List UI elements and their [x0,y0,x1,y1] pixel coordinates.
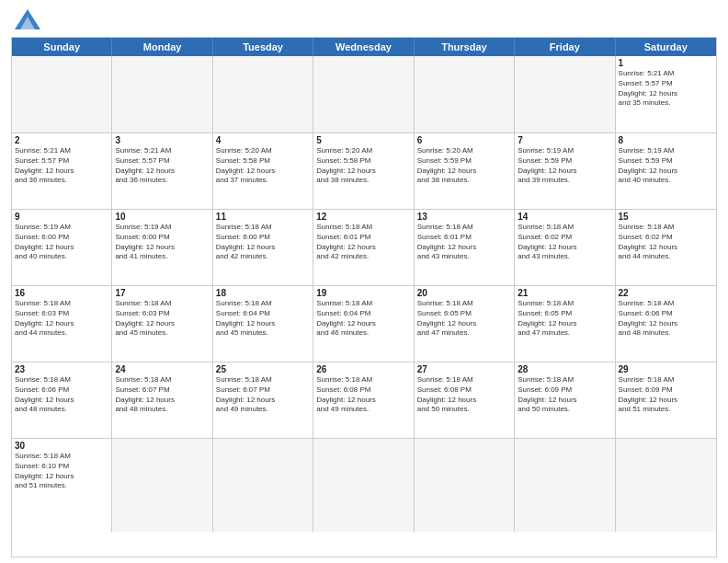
day-header-tuesday: Tuesday [213,38,313,56]
cell-info: Sunrise: 5:20 AM Sunset: 5:59 PM Dayligh… [417,146,511,186]
day-header-wednesday: Wednesday [313,38,414,56]
calendar-cell [415,439,515,532]
day-number: 2 [15,135,108,145]
day-number: 7 [518,135,611,145]
day-number: 16 [15,288,108,298]
calendar-cell [313,439,414,532]
cell-info: Sunrise: 5:18 AM Sunset: 6:03 PM Dayligh… [15,299,108,339]
calendar-cell: 14Sunrise: 5:18 AM Sunset: 6:02 PM Dayli… [515,210,615,285]
cell-info: Sunrise: 5:18 AM Sunset: 6:04 PM Dayligh… [216,299,310,339]
day-number: 20 [417,288,511,298]
calendar-week-5: 23Sunrise: 5:18 AM Sunset: 6:06 PM Dayli… [12,362,716,438]
day-number: 14 [518,212,611,222]
calendar-week-4: 16Sunrise: 5:18 AM Sunset: 6:03 PM Dayli… [12,285,716,362]
calendar-cell: 30Sunrise: 5:18 AM Sunset: 6:10 PM Dayli… [12,439,112,532]
day-number: 6 [417,135,511,145]
cell-info: Sunrise: 5:19 AM Sunset: 6:00 PM Dayligh… [15,223,108,262]
calendar-cell: 17Sunrise: 5:18 AM Sunset: 6:03 PM Dayli… [112,286,212,362]
cell-info: Sunrise: 5:19 AM Sunset: 5:59 PM Dayligh… [518,146,611,186]
day-number: 28 [518,364,611,374]
cell-info: Sunrise: 5:18 AM Sunset: 6:01 PM Dayligh… [417,223,511,262]
calendar-week-1: 1Sunrise: 5:21 AM Sunset: 5:57 PM Daylig… [12,56,716,132]
day-header-sunday: Sunday [12,38,112,56]
calendar-cell: 23Sunrise: 5:18 AM Sunset: 6:06 PM Dayli… [12,362,112,438]
day-number: 3 [115,135,209,145]
day-number: 30 [15,441,108,451]
day-headers: SundayMondayTuesdayWednesdayThursdayFrid… [12,38,716,56]
calendar-cell: 12Sunrise: 5:18 AM Sunset: 6:01 PM Dayli… [313,210,414,285]
day-number: 21 [518,288,611,298]
calendar-cell: 19Sunrise: 5:18 AM Sunset: 6:04 PM Dayli… [313,286,414,362]
cell-info: Sunrise: 5:21 AM Sunset: 5:57 PM Dayligh… [115,146,209,186]
day-number: 26 [316,364,410,374]
calendar-cell [313,56,414,132]
cell-info: Sunrise: 5:19 AM Sunset: 6:00 PM Dayligh… [115,223,209,262]
cell-info: Sunrise: 5:18 AM Sunset: 6:08 PM Dayligh… [316,375,410,415]
calendar-cell: 28Sunrise: 5:18 AM Sunset: 6:09 PM Dayli… [515,362,615,438]
calendar-cell: 21Sunrise: 5:18 AM Sunset: 6:05 PM Dayli… [515,286,615,362]
day-header-monday: Monday [112,38,212,56]
day-number: 24 [115,364,209,374]
calendar-cell: 26Sunrise: 5:18 AM Sunset: 6:08 PM Dayli… [313,362,414,438]
calendar-cell [515,439,615,532]
day-number: 18 [216,288,310,298]
calendar-cell [213,56,313,132]
day-number: 10 [115,212,209,222]
day-number: 25 [216,364,310,374]
calendar-cell: 4Sunrise: 5:20 AM Sunset: 5:58 PM Daylig… [213,133,313,209]
cell-info: Sunrise: 5:18 AM Sunset: 6:08 PM Dayligh… [417,375,511,415]
cell-info: Sunrise: 5:18 AM Sunset: 6:09 PM Dayligh… [518,375,611,415]
cell-info: Sunrise: 5:18 AM Sunset: 6:02 PM Dayligh… [619,223,713,262]
calendar-cell: 3Sunrise: 5:21 AM Sunset: 5:57 PM Daylig… [112,133,212,209]
calendar-cell: 22Sunrise: 5:18 AM Sunset: 6:06 PM Dayli… [616,286,716,362]
cell-info: Sunrise: 5:18 AM Sunset: 6:07 PM Dayligh… [216,375,310,415]
cell-info: Sunrise: 5:18 AM Sunset: 6:01 PM Dayligh… [316,223,410,262]
calendar-cell: 6Sunrise: 5:20 AM Sunset: 5:59 PM Daylig… [415,133,515,209]
calendar-cell: 25Sunrise: 5:18 AM Sunset: 6:07 PM Dayli… [213,362,313,438]
day-number: 15 [619,212,713,222]
calendar-cell: 27Sunrise: 5:18 AM Sunset: 6:08 PM Dayli… [415,362,515,438]
day-number: 17 [115,288,209,298]
day-number: 27 [417,364,511,374]
calendar-cell: 10Sunrise: 5:19 AM Sunset: 6:00 PM Dayli… [112,210,212,285]
calendar-cell [515,56,615,132]
calendar-cell: 15Sunrise: 5:18 AM Sunset: 6:02 PM Dayli… [616,210,716,285]
cell-info: Sunrise: 5:20 AM Sunset: 5:58 PM Dayligh… [216,146,310,186]
day-number: 13 [417,212,511,222]
day-number: 29 [619,364,713,374]
cell-info: Sunrise: 5:18 AM Sunset: 6:07 PM Dayligh… [115,375,209,415]
cell-info: Sunrise: 5:21 AM Sunset: 5:57 PM Dayligh… [15,146,108,186]
calendar-cell [112,56,212,132]
calendar-cell: 1Sunrise: 5:21 AM Sunset: 5:57 PM Daylig… [616,56,716,132]
cell-info: Sunrise: 5:19 AM Sunset: 5:59 PM Dayligh… [619,146,713,186]
cell-info: Sunrise: 5:18 AM Sunset: 6:06 PM Dayligh… [619,299,713,339]
day-number: 22 [619,288,713,298]
day-header-saturday: Saturday [616,38,716,56]
cell-info: Sunrise: 5:18 AM Sunset: 6:04 PM Dayligh… [316,299,410,339]
calendar-cell: 24Sunrise: 5:18 AM Sunset: 6:07 PM Dayli… [112,362,212,438]
calendar: SundayMondayTuesdayWednesdayThursdayFrid… [11,37,717,557]
day-header-friday: Friday [515,38,615,56]
calendar-cell [415,56,515,132]
cell-info: Sunrise: 5:20 AM Sunset: 5:58 PM Dayligh… [316,146,410,186]
calendar-cell: 8Sunrise: 5:19 AM Sunset: 5:59 PM Daylig… [616,133,716,209]
calendar-cell: 7Sunrise: 5:19 AM Sunset: 5:59 PM Daylig… [515,133,615,209]
calendar-cell: 20Sunrise: 5:18 AM Sunset: 6:05 PM Dayli… [415,286,515,362]
calendar-cell [213,439,313,532]
day-number: 19 [316,288,410,298]
cell-info: Sunrise: 5:21 AM Sunset: 5:57 PM Dayligh… [619,69,713,109]
cell-info: Sunrise: 5:18 AM Sunset: 6:00 PM Dayligh… [216,223,310,262]
logo-icon [15,9,40,29]
calendar-cell: 16Sunrise: 5:18 AM Sunset: 6:03 PM Dayli… [12,286,112,362]
calendar-week-6: 30Sunrise: 5:18 AM Sunset: 6:10 PM Dayli… [12,438,716,532]
calendar-cell: 9Sunrise: 5:19 AM Sunset: 6:00 PM Daylig… [12,210,112,285]
cell-info: Sunrise: 5:18 AM Sunset: 6:05 PM Dayligh… [518,299,611,339]
day-number: 1 [619,58,713,68]
day-number: 5 [316,135,410,145]
day-number: 4 [216,135,310,145]
calendar-week-2: 2Sunrise: 5:21 AM Sunset: 5:57 PM Daylig… [12,132,716,209]
cell-info: Sunrise: 5:18 AM Sunset: 6:02 PM Dayligh… [518,223,611,262]
calendar-week-3: 9Sunrise: 5:19 AM Sunset: 6:00 PM Daylig… [12,209,716,285]
calendar-cell: 29Sunrise: 5:18 AM Sunset: 6:09 PM Dayli… [616,362,716,438]
cell-info: Sunrise: 5:18 AM Sunset: 6:05 PM Dayligh… [417,299,511,339]
